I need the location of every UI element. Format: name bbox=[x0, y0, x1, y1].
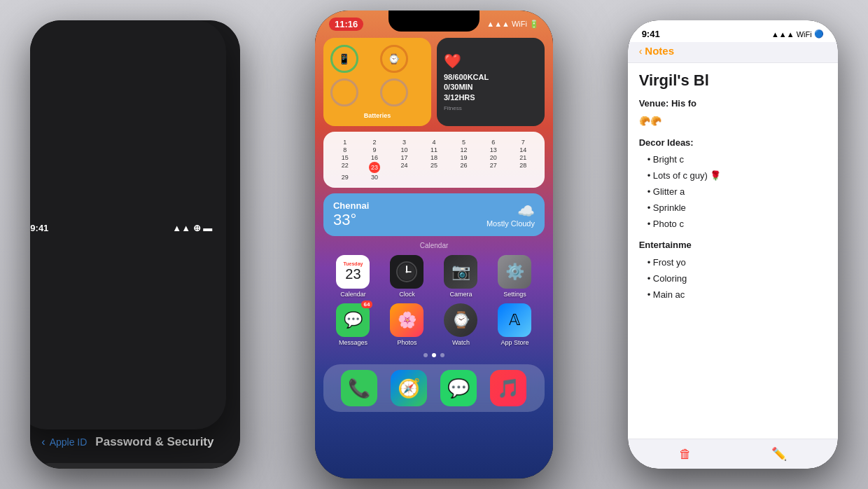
calendar-widget[interactable]: 1234567 891011121314 15161718192021 2223… bbox=[323, 132, 545, 188]
page-dot-3 bbox=[440, 353, 444, 357]
batteries-widget-label: Batteries bbox=[330, 112, 424, 119]
watch-app-label: Watch bbox=[452, 339, 470, 346]
decor-item-5: • Photo c bbox=[639, 217, 827, 232]
phone3-toolbar: 🗑 ✏️ bbox=[628, 439, 838, 469]
messages-app-icon: 💬 64 bbox=[336, 303, 370, 337]
app-icon-messages[interactable]: 💬 64 Messages bbox=[332, 303, 374, 346]
page-dot-1 bbox=[424, 353, 428, 357]
app-icon-watch[interactable]: ⌚ Watch bbox=[440, 303, 482, 346]
notes-back-arrow: ‹ bbox=[639, 46, 643, 57]
notes-back-label[interactable]: Notes bbox=[645, 45, 674, 57]
change-password-row[interactable]: Change Password ↻ bbox=[41, 463, 229, 469]
battery-watch-icon: ⌚ bbox=[380, 45, 408, 73]
phone2-screen: 11:16 ▲▲▲ WiFi 🔋 📱 ⌚ Batteries bbox=[315, 11, 553, 478]
phone1-status-bar: 9:41 ▲▲ ⊕ ▬ bbox=[30, 20, 226, 429]
back-label[interactable]: Apple ID bbox=[50, 436, 88, 448]
photos-app-icon: 🌸 bbox=[390, 303, 424, 337]
phone1-password-security: 9:41 ▲▲ ⊕ ▬ ‹ Apple ID Password & Securi… bbox=[30, 20, 240, 469]
dock-whatsapp-icon[interactable]: 💬 bbox=[440, 370, 477, 406]
fitness-mins: 0/30MIN bbox=[444, 82, 538, 92]
back-arrow-icon: ‹ bbox=[41, 436, 45, 448]
phone3-notes: 9:41 ▲▲▲ WiFi 🔵 ‹ Notes Virgil's Bl Venu… bbox=[628, 20, 838, 469]
app-icon-appstore[interactable]: 𝔸 App Store bbox=[493, 303, 536, 346]
messages-badge: 64 bbox=[361, 301, 373, 308]
phone2-time: 11:16 bbox=[329, 18, 363, 31]
decor-item-4: • Sprinkle bbox=[639, 201, 827, 216]
calendar-app-icon: Tuesday 23 bbox=[336, 255, 370, 289]
clock-app-icon bbox=[390, 255, 424, 289]
weather-temp: 33° bbox=[333, 211, 369, 229]
dock: 📞 🧭 💬 🎵 bbox=[323, 364, 545, 412]
photos-app-label: Photos bbox=[397, 339, 416, 346]
phone2-status-icons: ▲▲▲ WiFi 🔋 bbox=[486, 20, 539, 29]
entertainment-item-1: • Frost yo bbox=[639, 256, 827, 270]
phone3-status-bar: 9:41 ▲▲▲ WiFi 🔵 bbox=[628, 20, 838, 42]
today-date: 23 bbox=[369, 162, 380, 173]
scene: 9:41 ▲▲ ⊕ ▬ ‹ Apple ID Password & Securi… bbox=[0, 0, 868, 489]
dock-safari-icon[interactable]: 🧭 bbox=[391, 370, 427, 406]
clock-app-label: Clock bbox=[399, 291, 415, 298]
weather-info: Chennai 33° bbox=[333, 200, 369, 229]
messages-app-label: Messages bbox=[339, 339, 368, 346]
fitness-widget[interactable]: ❤️ 98/600KCAL 0/30MIN 3/12HRS Fitness bbox=[437, 38, 545, 126]
note-title: Virgil's Bl bbox=[639, 71, 827, 90]
compose-icon[interactable]: ✏️ bbox=[771, 446, 787, 462]
phone3-time: 9:41 bbox=[642, 29, 660, 39]
calendar-grid: 1234567 891011121314 15161718192021 2223… bbox=[330, 139, 538, 181]
phone2-homescreen: 11:16 ▲▲▲ WiFi 🔋 📱 ⌚ Batteries bbox=[315, 11, 553, 478]
delete-icon[interactable]: 🗑 bbox=[679, 447, 692, 462]
phone1-content: Change Password ↻ SIGN IN WITH APPLE App… bbox=[30, 457, 240, 469]
phone1-time: 9:41 bbox=[30, 223, 48, 233]
decor-item-2: • Lots of c guy) 🌹 bbox=[639, 169, 827, 184]
fitness-widget-label: Fitness bbox=[444, 105, 538, 111]
page-dot-2 bbox=[432, 353, 436, 357]
entertainment-label: Entertainme bbox=[639, 238, 827, 253]
dock-music-icon[interactable]: 🎵 bbox=[490, 370, 526, 406]
app-icon-camera[interactable]: 📷 Camera bbox=[440, 255, 482, 298]
fitness-hrs: 3/12HRS bbox=[444, 92, 538, 102]
dock-phone-icon[interactable]: 📞 bbox=[341, 370, 377, 406]
batteries-widget[interactable]: 📱 ⌚ Batteries bbox=[323, 38, 431, 126]
weather-city: Chennai bbox=[333, 200, 369, 211]
page-dots bbox=[315, 349, 553, 361]
decor-ideas-label: Decor Ideas: bbox=[639, 136, 827, 151]
battery-empty-1 bbox=[330, 78, 358, 106]
phone1-status-icons: ▲▲ ⊕ ▬ bbox=[172, 223, 212, 233]
decor-item-3: • Glitter a bbox=[639, 185, 827, 200]
calendar-strip-label: Calendar bbox=[420, 242, 449, 249]
widgets-area: 📱 ⌚ Batteries ❤️ 98/600KCAL 0/30MIN 3/12… bbox=[315, 32, 553, 132]
phone3-content: Virgil's Bl Venue: His fo 🥐🥐 Decor Ideas… bbox=[628, 63, 838, 439]
settings-app-icon: ⚙️ bbox=[498, 255, 531, 289]
app-row-2: 💬 64 Messages 🌸 Photos ⌚ Watch 𝔸 bbox=[315, 301, 553, 349]
phone1-screen: 9:41 ▲▲ ⊕ ▬ ‹ Apple ID Password & Securi… bbox=[30, 20, 240, 469]
fitness-icon: ❤️ bbox=[444, 53, 538, 69]
decor-item-1: • Bright c bbox=[639, 153, 827, 167]
phone3-screen: 9:41 ▲▲▲ WiFi 🔵 ‹ Notes Virgil's Bl Venu… bbox=[628, 20, 838, 469]
fitness-calories: 98/600KCAL bbox=[444, 72, 538, 82]
notes-body: Venue: His fo 🥐🥐 Decor Ideas: • Bright c… bbox=[639, 97, 827, 303]
settings-app-label: Settings bbox=[503, 291, 526, 298]
watch-app-icon: ⌚ bbox=[444, 303, 477, 337]
weather-widget[interactable]: Chennai 33° ☁️ Mostly Cloudy bbox=[323, 193, 545, 236]
weather-condition-text: Mostly Cloudy bbox=[486, 219, 535, 228]
app-row-1: Tuesday 23 Calendar bbox=[315, 252, 553, 301]
notch bbox=[388, 11, 479, 32]
camera-app-icon: 📷 bbox=[444, 255, 477, 289]
app-icon-clock[interactable]: Clock bbox=[386, 255, 428, 298]
fitness-stats: 98/600KCAL 0/30MIN 3/12HRS bbox=[444, 72, 538, 102]
app-icon-calendar[interactable]: Tuesday 23 Calendar bbox=[332, 255, 374, 298]
appstore-app-label: App Store bbox=[500, 339, 528, 346]
calendar-app-label: Calendar bbox=[340, 291, 366, 298]
calendar-strip: Calendar bbox=[323, 242, 545, 249]
app-icon-photos[interactable]: 🌸 Photos bbox=[386, 303, 428, 346]
entertainment-item-3: • Main ac bbox=[639, 288, 827, 303]
camera-app-label: Camera bbox=[449, 291, 472, 298]
battery-empty-2 bbox=[380, 78, 408, 106]
app-icon-settings[interactable]: ⚙️ Settings bbox=[493, 255, 536, 298]
weather-condition: ☁️ Mostly Cloudy bbox=[486, 202, 535, 228]
appstore-app-icon: 𝔸 bbox=[498, 303, 531, 337]
weather-icon: ☁️ bbox=[486, 202, 535, 219]
phone3-nav: ‹ Notes bbox=[628, 42, 838, 63]
venue-label: Venue: His fo bbox=[639, 97, 827, 111]
phone3-status-icons: ▲▲▲ WiFi 🔵 bbox=[771, 29, 824, 39]
